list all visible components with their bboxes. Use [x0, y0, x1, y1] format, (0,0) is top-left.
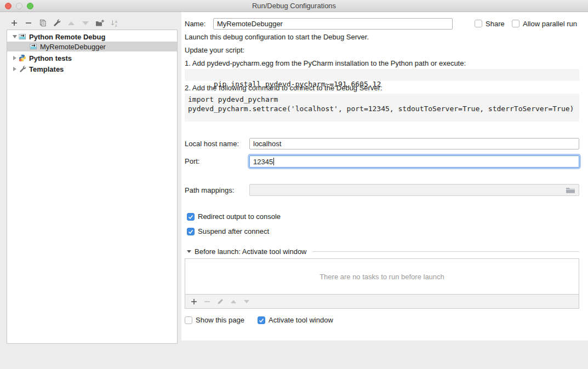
run-config-icon	[29, 43, 38, 50]
svg-text:z: z	[115, 24, 117, 27]
minus-icon	[25, 20, 32, 26]
move-task-down-button	[242, 297, 251, 306]
tree-item-label: Templates	[29, 65, 64, 73]
path-mappings-label: Path mappings:	[185, 185, 234, 196]
add-task-button[interactable]	[190, 297, 198, 306]
activate-tool-window-checkbox[interactable]	[258, 316, 265, 324]
text-caret	[273, 158, 274, 165]
update-script-label: Update your script:	[185, 46, 244, 55]
window-title: Run/Debug Configurations	[252, 2, 336, 10]
tasks-toolbar	[185, 295, 579, 309]
tree-item-python-tests[interactable]: Python tests	[7, 53, 177, 63]
dialog-footer: ? Cancel Apply OK	[0, 341, 588, 369]
expand-collapse-icon[interactable]	[12, 67, 18, 71]
share-label: Share	[486, 19, 505, 30]
wrench-icon	[53, 19, 61, 27]
down-triangle-icon	[82, 21, 89, 25]
move-down-button	[81, 19, 90, 27]
redirect-output-checkbox[interactable]	[187, 213, 195, 221]
configuration-form: Name: MyRemoteDebugger Share Allow paral…	[181, 12, 588, 341]
titlebar: Run/Debug Configurations	[0, 0, 588, 12]
before-launch-tasks-panel[interactable]: There are no tasks to run before launch	[185, 258, 579, 295]
python-tests-icon	[18, 54, 27, 62]
show-this-page-label: Show this page	[196, 315, 244, 326]
tree-item-label: MyRemoteDebugger	[40, 43, 106, 51]
pip-command-block[interactable]: pip install pydevd-pycharm~=191.6605.12	[185, 69, 579, 81]
check-icon	[188, 215, 193, 220]
sort-configurations-button: a z	[110, 19, 118, 27]
launch-description: Launch this debug configuration to start…	[185, 33, 369, 42]
local-host-name-label: Local host name:	[185, 139, 239, 149]
name-input[interactable]: MyRemoteDebugger	[213, 18, 453, 30]
configurations-tree: Python Remote Debug MyRemoteDebugger Pyt…	[7, 30, 178, 344]
edit-templates-button[interactable]	[53, 19, 61, 27]
move-up-button	[67, 19, 76, 27]
path-mappings-field[interactable]	[249, 184, 579, 196]
close-window-button[interactable]	[5, 3, 12, 9]
section-divider	[312, 251, 579, 252]
expand-collapse-icon[interactable]	[12, 56, 18, 60]
plus-icon	[11, 20, 18, 26]
up-triangle-icon	[68, 21, 75, 25]
local-host-name-input[interactable]: localhost	[249, 138, 579, 149]
allow-parallel-run-label: Allow parallel run	[523, 19, 577, 30]
folder-icon[interactable]	[566, 186, 575, 194]
zoom-window-button[interactable]	[27, 3, 33, 9]
sort-az-icon: a z	[110, 19, 118, 27]
run-config-icon	[18, 33, 27, 40]
show-this-page-checkbox[interactable]	[185, 316, 192, 324]
folder-plus-icon	[95, 19, 104, 27]
tree-item-python-remote-debug[interactable]: Python Remote Debug	[7, 32, 177, 42]
remove-configuration-button[interactable]	[24, 19, 33, 27]
activate-tool-window-label: Activate tool window	[269, 315, 333, 326]
expand-collapse-icon[interactable]	[12, 35, 18, 38]
share-checkbox[interactable]	[475, 20, 482, 27]
up-triangle-icon	[231, 300, 236, 303]
allow-parallel-run-checkbox[interactable]	[512, 20, 520, 27]
no-tasks-message: There are no tasks to run before launch	[319, 273, 444, 281]
import-command-block[interactable]: import pydevd_pycharm pydevd_pycharm.set…	[185, 94, 579, 122]
tree-item-myremotedebugger[interactable]: MyRemoteDebugger	[7, 42, 177, 51]
collapse-triangle-icon[interactable]	[187, 250, 191, 253]
down-triangle-icon	[244, 300, 249, 303]
check-icon	[188, 229, 193, 234]
step-2-instruction: 2. Add the following command to connect …	[185, 84, 383, 93]
wrench-icon	[18, 66, 27, 73]
port-label: Port:	[185, 156, 199, 167]
run-debug-configurations-dialog: Run/Debug Configurations	[0, 0, 588, 369]
copy-icon	[39, 19, 47, 27]
suspend-after-connect-checkbox[interactable]	[187, 228, 195, 235]
move-task-up-button	[229, 297, 238, 306]
configurations-toolbar: a z	[10, 16, 118, 30]
name-label: Name:	[185, 19, 205, 30]
before-launch-section-header[interactable]: Before launch: Activate tool window	[187, 247, 579, 256]
minimize-window-button	[16, 3, 22, 9]
suspend-after-connect-label: Suspend after connect	[198, 226, 269, 237]
remove-task-button	[203, 297, 212, 306]
minus-icon	[204, 298, 210, 305]
step-1-instruction: 1. Add pydevd-pycharm.egg from the PyCha…	[185, 59, 466, 68]
check-icon	[259, 318, 264, 323]
before-launch-label: Before launch: Activate tool window	[195, 247, 307, 256]
port-input[interactable]: 12345	[249, 155, 579, 168]
redirect-output-label: Redirect output to console	[198, 211, 281, 222]
copy-configuration-button[interactable]	[38, 19, 47, 27]
svg-text:a: a	[115, 20, 117, 24]
pencil-icon	[217, 298, 224, 305]
add-configuration-button[interactable]	[10, 19, 19, 27]
plus-icon	[191, 298, 197, 305]
tree-item-label: Python tests	[29, 54, 72, 62]
tree-item-templates[interactable]: Templates	[7, 64, 177, 74]
new-folder-button[interactable]	[95, 19, 104, 27]
edit-task-button	[216, 297, 225, 306]
tree-item-label: Python Remote Debug	[29, 33, 105, 41]
